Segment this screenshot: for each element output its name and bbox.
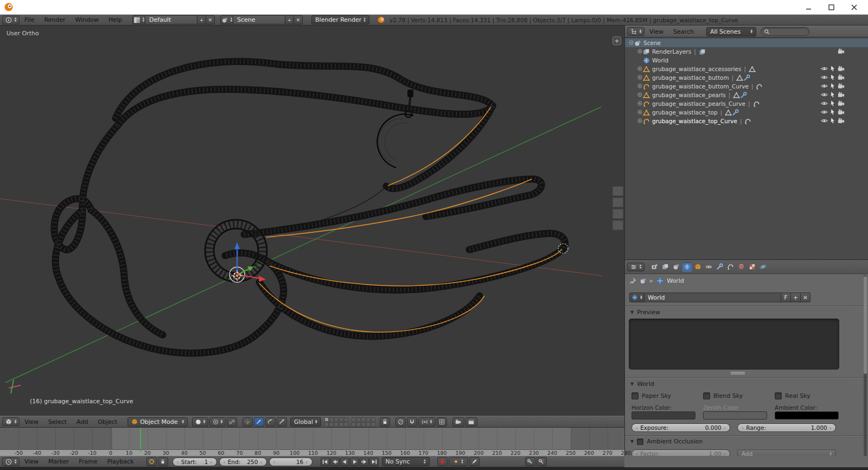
collapsed-panel-widget[interactable] [612,186,623,196]
outliner-item-label[interactable]: grubage_waistlace_pearls [652,92,726,98]
insert-keyframe-button[interactable] [525,457,535,466]
toggle-camera[interactable] [838,65,845,73]
minimize-button[interactable] [797,0,819,15]
tab-object-data[interactable] [725,262,736,272]
layer-toggle[interactable] [352,417,356,422]
color-swatch[interactable] [775,411,839,420]
frame-start-field[interactable]: Start:1 [173,458,217,466]
outliner-row[interactable]: grubage_waistlace_pearls| [625,91,868,99]
fake-user-button[interactable]: F [781,293,791,302]
transform-orientation-dropdown[interactable]: Global [290,417,321,427]
timeline-ruler[interactable]: -50-40-30-20-100102030405060708090100110… [0,449,624,456]
preview-panel-header[interactable]: Preview [630,309,660,316]
add-layout-button[interactable]: + [197,15,206,24]
jump-to-prev-keyframe-button[interactable] [330,458,340,466]
slider-exposure[interactable]: Exposure:0.000 [631,423,730,432]
layer-toggle[interactable] [329,417,334,422]
tab-constraints[interactable] [704,262,714,272]
toggle-camera[interactable] [838,109,845,117]
layer-toggle[interactable] [334,422,339,427]
autokey-lock-toggle[interactable] [158,457,168,466]
checkbox-paper-sky[interactable]: Paper Sky [631,392,703,399]
unlink-world-button[interactable]: ✕ [801,293,810,302]
checkbox-real-sky[interactable]: Real Sky [775,392,846,399]
expander-plus[interactable] [637,109,643,116]
frame-end-field[interactable]: End:250 [219,458,267,466]
timeline-region[interactable] [0,428,624,449]
outliner-item-label[interactable]: grubage_waistlace_top_Curve [652,118,737,124]
info-menu-file[interactable]: File [20,16,39,23]
layer-toggle[interactable] [344,422,348,427]
manipulator-translate-toggle[interactable] [254,417,264,427]
opengl-render-anim-button[interactable] [465,417,477,427]
layer-toggle[interactable] [366,417,371,422]
toggle-camera[interactable] [838,91,845,99]
outliner-search-input[interactable] [761,27,809,36]
layer-toggle[interactable] [339,417,343,422]
add-scene-button[interactable]: + [285,15,294,24]
layer-toggle[interactable] [356,417,361,422]
toggle-eye[interactable] [821,74,828,82]
preview-resize-handle[interactable] [731,372,745,374]
toggle-cursor[interactable] [829,91,836,99]
delete-keyframe-button[interactable] [537,457,547,466]
outliner-item-label[interactable]: Scene [643,40,661,46]
outliner-row[interactable]: grubage_waistlace_buttom_Curve| [625,82,868,91]
outliner-row[interactable]: World [625,56,868,65]
viewport-menu-add[interactable]: Add [72,418,93,425]
expand-properties-shelf-button[interactable]: + [612,36,621,45]
world-panel-header[interactable]: World [630,380,654,388]
outliner-row[interactable]: Scene [625,39,868,47]
browse-world-button[interactable] [629,293,644,302]
pin-icon[interactable] [629,277,636,284]
scene-breadcrumb-icon[interactable] [640,277,647,284]
lock-to-scene-toggle[interactable] [380,417,390,427]
outliner-item-label[interactable]: grubage_waistlace_pearls_Curve [652,100,745,107]
toggle-eye[interactable] [821,65,828,73]
collapsed-panel-widget[interactable] [612,209,623,219]
editor-type-outliner-button[interactable] [627,27,644,36]
delete-layout-button[interactable]: ✕ [206,15,215,24]
collapsed-panel-widget[interactable] [612,198,623,207]
toggle-eye[interactable] [821,82,828,91]
playhead[interactable] [140,428,141,449]
layer-toggle[interactable] [352,422,356,427]
render-engine-dropdown[interactable]: Blender Render [311,15,369,24]
timeline-menu-frame[interactable]: Frame [74,458,102,465]
snap-toggle[interactable] [407,417,417,427]
editor-type-3dview-button[interactable] [2,417,20,426]
toggle-camera[interactable] [838,100,845,108]
play-reverse-button[interactable] [340,458,349,466]
expander-minus[interactable] [628,40,634,47]
expander-plus[interactable] [637,92,643,99]
toggle-camera[interactable] [838,48,845,56]
layer-toggle[interactable] [356,422,361,427]
editor-type-timeline-button[interactable] [2,458,20,466]
toggle-camera[interactable] [838,117,845,125]
outliner-item-label[interactable]: RenderLayers [652,48,691,55]
layer-toggle[interactable] [339,422,343,427]
close-button[interactable] [843,0,865,15]
manipulator-scale-toggle[interactable] [277,417,287,427]
panel-drag-handle[interactable]: :::: [853,380,861,386]
toggle-cursor[interactable] [829,109,836,117]
expander-plus[interactable] [637,118,643,125]
checkbox-blend-sky[interactable]: Blend Sky [703,392,775,399]
layer-toggle[interactable] [371,422,375,427]
panel-drag-handle[interactable]: :::: [853,309,861,314]
layer-toggle[interactable] [329,422,334,427]
tab-texture[interactable] [747,262,757,272]
layer-toggle[interactable] [361,417,366,422]
pivot-align-toggle[interactable] [227,417,237,427]
expander-plus[interactable] [637,66,643,73]
current-frame-field[interactable]: 16 [269,458,312,466]
screen-layout-name[interactable]: Default [145,15,197,24]
grease-pencil-button[interactable] [469,457,480,466]
toggle-cursor[interactable] [829,82,836,91]
slider-range[interactable]: Range:1.000 [737,423,836,432]
viewport-menu-object[interactable]: Object [93,418,122,425]
outliner-menu-view[interactable]: View [644,28,668,35]
layer-toggle[interactable] [344,417,348,422]
layer-toggle[interactable] [324,422,329,427]
manipulator-rotate-toggle[interactable] [265,417,276,427]
